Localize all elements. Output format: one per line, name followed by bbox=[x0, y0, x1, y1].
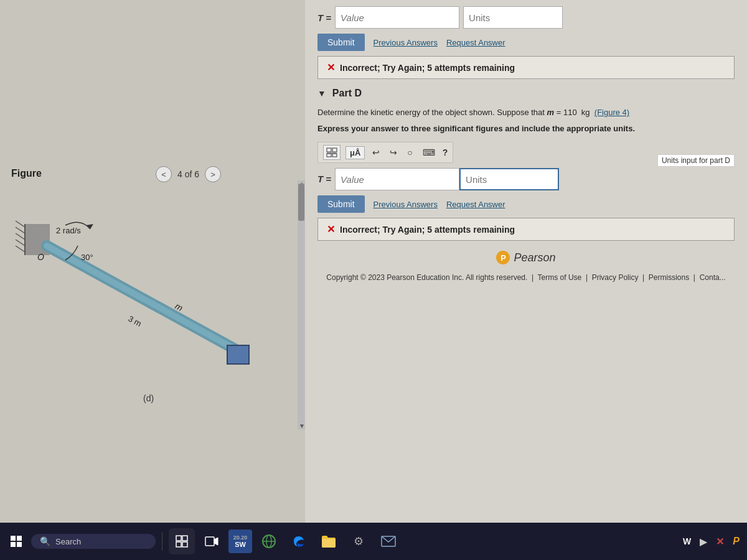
taskbar-search-icon: 🔍 bbox=[40, 536, 50, 546]
svg-rect-22 bbox=[327, 154, 331, 157]
svg-text:30°: 30° bbox=[81, 253, 93, 262]
svg-text:(d): (d) bbox=[143, 393, 154, 403]
part-c-answer-row: T = bbox=[317, 6, 735, 29]
figure-svg: O 30° 2 rad/s 3 m m bbox=[6, 187, 274, 417]
svg-rect-24 bbox=[176, 536, 181, 541]
part-c-answer-label: T = bbox=[317, 12, 331, 23]
svg-rect-28 bbox=[205, 537, 214, 546]
privacy-link[interactable]: Privacy Policy bbox=[592, 273, 639, 282]
pearson-name: Pearson bbox=[514, 251, 555, 264]
svg-rect-25 bbox=[182, 536, 187, 541]
toolbar-mu-button[interactable]: μÅ bbox=[345, 146, 365, 159]
figure-4-link[interactable]: (Figure 4) bbox=[594, 108, 629, 117]
svg-rect-23 bbox=[332, 154, 337, 157]
taskbar-mail-icon[interactable] bbox=[375, 528, 402, 554]
part-c-incorrect-text: Incorrect; Try Again; 5 attempts remaini… bbox=[340, 63, 515, 73]
footer-section: Copyright © 2023 Pearson Education Inc. … bbox=[317, 268, 735, 287]
part-d-submit-button[interactable]: Submit bbox=[317, 195, 365, 213]
toolbar-undo-button[interactable]: ↩ bbox=[370, 146, 382, 159]
svg-rect-20 bbox=[332, 148, 337, 152]
part-d-header: ▼ Part D bbox=[317, 88, 735, 99]
taskbar-close-icon[interactable]: ✕ bbox=[713, 533, 726, 550]
taskbar-file-icon[interactable] bbox=[169, 528, 195, 554]
taskbar-video-icon[interactable] bbox=[199, 528, 225, 554]
windows-icon bbox=[11, 536, 22, 547]
toolbar-help-button[interactable]: ? bbox=[443, 147, 448, 157]
part-c-incorrect-icon: ✕ bbox=[327, 62, 335, 73]
part-c-units-input[interactable] bbox=[463, 6, 563, 29]
units-tooltip: Units input for part D bbox=[657, 154, 735, 167]
part-d-instruction: Express your answer to three significant… bbox=[317, 123, 735, 135]
part-d-description: Determine the kinetic energy of the obje… bbox=[317, 106, 735, 119]
contact-link[interactable]: Conta... bbox=[700, 273, 726, 282]
part-c-section: T = Submit Previous Answers Request Answ… bbox=[317, 6, 735, 79]
scroll-thumb[interactable] bbox=[298, 184, 304, 221]
toolbar-reset-button[interactable]: ○ bbox=[405, 146, 415, 159]
part-d-dropdown-arrow[interactable]: ▼ bbox=[317, 88, 326, 98]
taskbar-divider-1 bbox=[162, 532, 162, 551]
part-d-incorrect-icon: ✕ bbox=[327, 223, 335, 235]
part-d-toolbar: μÅ ↩ ↪ ○ ⌨ ? bbox=[317, 142, 453, 163]
part-c-submit-row: Submit Previous Answers Request Answer bbox=[317, 34, 735, 51]
taskbar-edge-icon[interactable] bbox=[286, 528, 312, 554]
figure-drawing: O 30° 2 rad/s 3 m m bbox=[6, 187, 280, 423]
figure-navigation: < 4 of 6 > bbox=[156, 166, 221, 182]
part-d-value-input[interactable] bbox=[335, 168, 459, 190]
taskbar-search-bar[interactable]: 🔍 Search bbox=[31, 534, 156, 549]
figure-prev-button[interactable]: < bbox=[156, 166, 172, 182]
scroll-down-arrow[interactable]: ▼ bbox=[299, 422, 304, 429]
pearson-logo: P Pearson bbox=[317, 251, 735, 264]
svg-rect-27 bbox=[182, 542, 187, 547]
part-c-submit-button[interactable]: Submit bbox=[317, 34, 365, 51]
taskbar-search-text: Search bbox=[55, 537, 81, 546]
part-c-prev-answers-link[interactable]: Previous Answers bbox=[374, 38, 438, 47]
part-d-request-link[interactable]: Request Answer bbox=[446, 200, 505, 209]
part-d-prev-answers-link[interactable]: Previous Answers bbox=[374, 200, 438, 209]
taskbar-settings-icon[interactable]: ⚙ bbox=[345, 528, 372, 554]
part-d-incorrect-text: Incorrect; Try Again; 5 attempts remaini… bbox=[340, 225, 515, 235]
svg-rect-17 bbox=[227, 345, 249, 364]
part-d-answer-row: Units input for part D T = bbox=[317, 168, 735, 190]
windows-start-button[interactable] bbox=[5, 530, 27, 553]
terms-link[interactable]: Terms of Use bbox=[538, 273, 582, 282]
part-c-incorrect-box: ✕ Incorrect; Try Again; 5 attempts remai… bbox=[317, 56, 735, 79]
part-c-value-input[interactable] bbox=[335, 6, 459, 29]
svg-text:O: O bbox=[37, 252, 44, 262]
taskbar-browser-icon[interactable] bbox=[256, 528, 282, 554]
part-d-label: Part D bbox=[332, 88, 362, 99]
part-d-answer-label: T = bbox=[317, 168, 331, 190]
toolbar-fraction-button[interactable] bbox=[323, 145, 341, 160]
toolbar-redo-button[interactable]: ↪ bbox=[387, 146, 400, 159]
taskbar-word-icon[interactable]: W bbox=[680, 534, 693, 549]
part-d-units-input[interactable] bbox=[459, 168, 559, 190]
footer-copyright: Copyright © 2023 Pearson Education Inc. … bbox=[326, 273, 527, 282]
part-c-request-link[interactable]: Request Answer bbox=[446, 38, 505, 47]
figure-panel: Figure < 4 of 6 > ▲ ▼ bbox=[0, 0, 305, 523]
part-d-incorrect-box: ✕ Incorrect; Try Again; 5 attempts remai… bbox=[317, 218, 735, 241]
taskbar: 🔍 Search 20.20 SW ⚙ W ▶ ✕ P bbox=[0, 523, 747, 560]
part-d-submit-row: Submit Previous Answers Request Answer bbox=[317, 195, 735, 213]
figure-nav-count: 4 of 6 bbox=[175, 169, 202, 179]
taskbar-sw-app[interactable]: 20.20 SW bbox=[228, 530, 252, 553]
taskbar-system-tray: W ▶ ✕ P bbox=[680, 533, 742, 550]
content-panel: T = Submit Previous Answers Request Answ… bbox=[305, 0, 747, 523]
svg-marker-29 bbox=[214, 538, 218, 545]
svg-rect-26 bbox=[176, 542, 181, 547]
svg-rect-19 bbox=[327, 148, 331, 152]
pearson-circle-icon: P bbox=[496, 251, 510, 264]
taskbar-folder-icon[interactable] bbox=[316, 528, 342, 554]
toolbar-keyboard-button[interactable]: ⌨ bbox=[420, 146, 438, 159]
scroll-bar[interactable]: ▲ ▼ bbox=[298, 180, 305, 429]
permissions-link[interactable]: Permissions bbox=[649, 273, 689, 282]
figure-label: Figure bbox=[11, 168, 42, 179]
taskbar-play-icon[interactable]: ▶ bbox=[697, 533, 710, 550]
figure-next-button[interactable]: > bbox=[205, 166, 221, 182]
taskbar-p-icon[interactable]: P bbox=[730, 533, 742, 549]
svg-text:2 rad/s: 2 rad/s bbox=[56, 226, 81, 235]
